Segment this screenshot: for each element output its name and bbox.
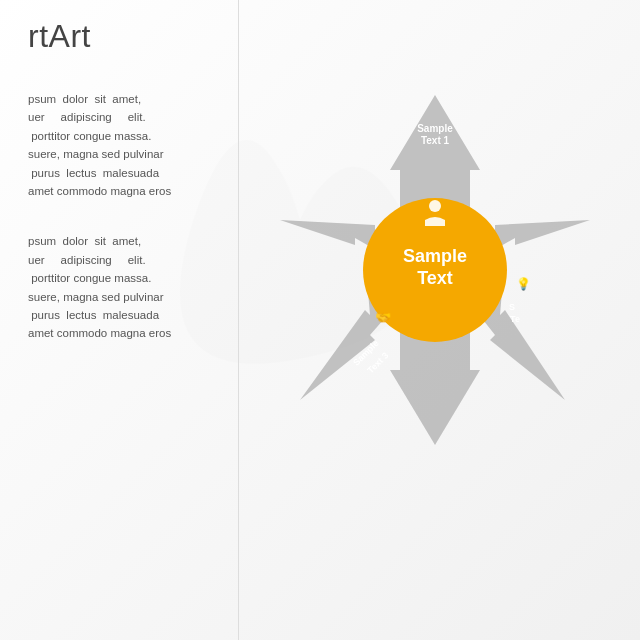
page: rtArt psum dolor sit amet,uer adipiscing… <box>0 0 640 640</box>
paragraph-1: psum dolor sit amet,uer adipiscing elit.… <box>28 90 228 200</box>
svg-text:Sample: Sample <box>417 123 453 134</box>
smartart-diagram: Sample Text Sample Text 1 Sample Text 3 … <box>240 90 630 590</box>
svg-text:💡: 💡 <box>516 276 531 291</box>
svg-text:Te: Te <box>510 314 520 324</box>
svg-text:Text 1: Text 1 <box>421 135 450 146</box>
left-panel: psum dolor sit amet,uer adipiscing elit.… <box>28 90 228 375</box>
divider <box>238 0 239 640</box>
page-title: rtArt <box>28 18 91 55</box>
paragraph-2: psum dolor sit amet,uer adipiscing elit.… <box>28 232 228 342</box>
text-block-1: psum dolor sit amet,uer adipiscing elit.… <box>28 90 228 200</box>
svg-text:Sample: Sample <box>403 246 467 266</box>
svg-text:Text: Text <box>417 268 453 288</box>
svg-text:🤝: 🤝 <box>375 309 392 326</box>
star-arrows-svg: Sample Text Sample Text 1 Sample Text 3 … <box>275 90 595 450</box>
svg-point-11 <box>429 200 441 212</box>
svg-text:S: S <box>509 302 515 312</box>
text-block-2: psum dolor sit amet,uer adipiscing elit.… <box>28 232 228 342</box>
